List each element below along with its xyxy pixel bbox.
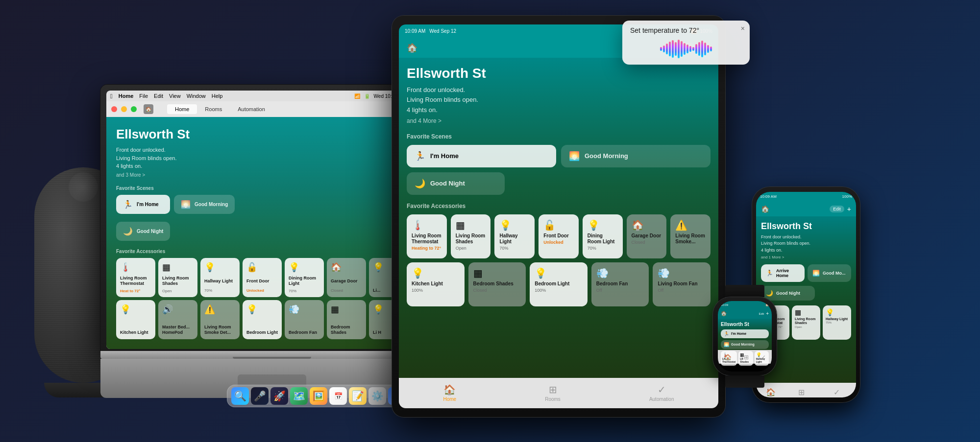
watch-tab-rooms[interactable]: ⊞ (744, 352, 749, 361)
iphone-edit-button[interactable]: Edit (830, 206, 844, 212)
ipad-good-night-scene[interactable]: 🌙 Good Night (407, 172, 505, 195)
ipad-tab-automation[interactable]: ✓ Automation (639, 381, 684, 405)
ipad-tab-home[interactable]: 🏠 Home (434, 381, 466, 405)
ipad-scenes-row: 🏃 I'm Home 🌅 Good Morning (407, 145, 710, 167)
acc-bedroom-fan[interactable]: 💨 Bedroom Fan (285, 300, 324, 339)
scene-good-night[interactable]: 🌙 Good Night (116, 222, 170, 241)
dock-siri[interactable]: 🎤 (251, 387, 269, 405)
menu-item-view[interactable]: View (169, 93, 181, 99)
ipad-more-link[interactable]: and 4 More > (407, 117, 710, 124)
acc-living-room-thermostat[interactable]: 🌡️ Living Room Thermostat Heat to 72° (116, 258, 155, 297)
acc-front-door[interactable]: 🔓 Front Door Unlocked (243, 258, 282, 297)
acc-bedroom-light[interactable]: 💡 Bedroom Light (243, 300, 282, 339)
scene-good-morning[interactable]: 🌅 Good Morning (174, 195, 235, 214)
good-morning-label: Good Morning (195, 202, 228, 207)
watch-edit-button[interactable]: Edit (759, 312, 764, 315)
menu-item-help[interactable]: Help (212, 93, 223, 99)
maximize-button[interactable] (131, 106, 137, 112)
tab-home[interactable]: Home (167, 104, 197, 114)
watch-scene-im-home[interactable]: 🏃 I'm Home (721, 329, 769, 338)
watch-add-button[interactable]: + (766, 311, 769, 316)
watch-home-title: Ellsworth St (721, 322, 769, 327)
dock-preferences[interactable]: ⚙️ (368, 387, 386, 405)
ipad-scene-good-morning[interactable]: 🌅 Good Morning (561, 145, 710, 167)
acc-bedroom-shades[interactable]: ▦ Bedroom Shades (327, 300, 366, 339)
ipad-acc-smoke-detector[interactable]: ⚠️ Living Room Smoke... (670, 214, 710, 258)
ipad-acc-bedroom-fan[interactable]: 💨 Bedroom Fan Off (591, 262, 649, 306)
ipad-acc-living-room-fan[interactable]: 💨 Living Room Fan Off (653, 262, 710, 306)
iphone-add-button[interactable]: + (847, 205, 851, 213)
iphone-acc-hallway-light[interactable]: 💡 Hallway Light 75% (823, 305, 851, 340)
siri-close-button[interactable]: × (741, 24, 745, 32)
ipad-dining-light-name: Dining Room Light (588, 233, 618, 245)
ipad-acc-dining-light[interactable]: 💡 Dining Room Light 70% (583, 214, 623, 258)
dock-finder[interactable]: 🔍 (231, 387, 249, 405)
bedroom-light-icon: 💡 (246, 304, 278, 315)
siri-bar-2 (663, 46, 665, 52)
ipad-scene-im-home[interactable]: 🏃 I'm Home (407, 145, 556, 167)
accessories-section-label: Favorite Accessories (116, 249, 428, 254)
ipad-home-title: Ellsworth St (407, 66, 710, 81)
dock-calendar[interactable]: 📅 (329, 387, 347, 405)
siri-bar-10 (686, 45, 688, 53)
watch-tab-automation[interactable]: ✓ (761, 352, 766, 361)
watch-good-morning-scene[interactable]: 🌅 Good Morning (721, 340, 769, 349)
ipad-smoke-detector-icon: ⚠️ (675, 219, 706, 231)
tab-rooms[interactable]: Rooms (197, 104, 230, 114)
close-button[interactable] (111, 106, 117, 112)
acc-smoke-detector[interactable]: ⚠️ Living Room Smoke Det... (200, 300, 240, 339)
ipad-acc-front-door[interactable]: 🔓 Front Door Unlocked (539, 214, 579, 258)
acc-living-room-shades[interactable]: ▦ Living Room Shades Open (158, 258, 197, 297)
ipad-bedroom-fan-icon: 💨 (596, 267, 644, 279)
iphone-acc-shades[interactable]: ▦ Living Room Shades Open (792, 305, 820, 340)
watch-tab-auto-icon: ✓ (761, 354, 766, 361)
acc-dining-room-light[interactable]: 💡 Dining Room Light 70% (285, 258, 324, 297)
dock-maps[interactable]: 🗺️ (290, 387, 308, 405)
ipad-acc-kitchen-light[interactable]: 💡 Kitchen Light 100% (407, 262, 465, 306)
acc-hallway-light[interactable]: 💡 Hallway Light 70% (200, 258, 240, 297)
home-more-link[interactable]: and 3 More > (116, 172, 428, 178)
acc-kitchen-light[interactable]: 💡 Kitchen Light (116, 300, 155, 339)
home-app-content: Ellsworth St Front door unlocked.Living … (106, 117, 438, 349)
dock-photos[interactable]: 🖼️ (310, 387, 327, 405)
iphone-tab-automation[interactable]: ✓ Automation (827, 388, 846, 397)
home-app-icon: 🏠 (144, 104, 153, 114)
ipad-lr-shades-name: Living Room Shades (456, 233, 486, 245)
siri-bar-3 (666, 44, 668, 54)
watch-tab-home[interactable]: 🏠 (724, 352, 732, 361)
ipad-bedroom-shades-icon: ▦ (473, 267, 521, 279)
scene-im-home[interactable]: 🏃 I'm Home (116, 195, 170, 214)
iphone-scene-good-morning[interactable]: 🌅 Good Mo... (808, 264, 851, 282)
iphone-tab-rooms[interactable]: ⊞ Rooms (795, 388, 808, 397)
good-night-icon: 🌙 (123, 227, 133, 236)
ipad-good-night-icon: 🌙 (415, 178, 425, 189)
minimize-button[interactable] (121, 106, 127, 112)
ipad-tabbar: 🏠 Home ⊞ Rooms ✓ Automation (399, 378, 718, 408)
ipad-acc-thermostat[interactable]: 🌡️ Living Room Thermostat Heating to 72° (407, 214, 447, 258)
good-night-label: Good Night (137, 229, 163, 234)
menu-item-edit[interactable]: Edit (154, 93, 163, 99)
ipad-acc-bedroom-light[interactable]: 💡 Bedroom Light 100% (530, 262, 588, 306)
ipad-tab-rooms[interactable]: ⊞ Rooms (535, 381, 570, 405)
ipad-bedroom-shades-status: Closed (473, 288, 521, 293)
dock-launchpad[interactable]: 🚀 (270, 387, 288, 405)
iphone-scene-arrive-home[interactable]: 🏃 Arrive Home (761, 264, 805, 282)
iphone-more-link[interactable]: and 1 More > (761, 255, 851, 259)
iphone-tab-home[interactable]: 🏠 Home (765, 388, 776, 397)
acc-master-bed-homepod[interactable]: 🔊 Master Bed... HomePod (158, 300, 197, 339)
ipad-acc-garage-door[interactable]: 🏠 Garage Door Closed (627, 214, 667, 258)
tab-automation[interactable]: Automation (230, 104, 273, 114)
ipad-acc-bedroom-shades[interactable]: ▦ Bedroom Shades Closed (468, 262, 526, 306)
lr-shades-status: Open (162, 289, 194, 293)
dock-notes[interactable]: 📝 (349, 387, 367, 405)
ipad-dining-light-status: 70% (588, 246, 618, 251)
acc-garage-door[interactable]: 🏠 Garage Door Closed (327, 258, 366, 297)
homepod-mini-icon: 🔊 (162, 304, 194, 315)
ipad-acc-lr-shades[interactable]: ▦ Living Room Shades Open (451, 214, 491, 258)
ipad-accessories-row1: 🌡️ Living Room Thermostat Heating to 72°… (407, 214, 710, 258)
menu-item-file[interactable]: File (139, 93, 148, 99)
menu-item-home[interactable]: Home (119, 93, 134, 99)
ipad-hallway-light-icon: 💡 (499, 219, 530, 231)
ipad-acc-hallway-light[interactable]: 💡 Hallway Light 70% (494, 214, 535, 258)
menu-item-window[interactable]: Window (187, 93, 206, 99)
